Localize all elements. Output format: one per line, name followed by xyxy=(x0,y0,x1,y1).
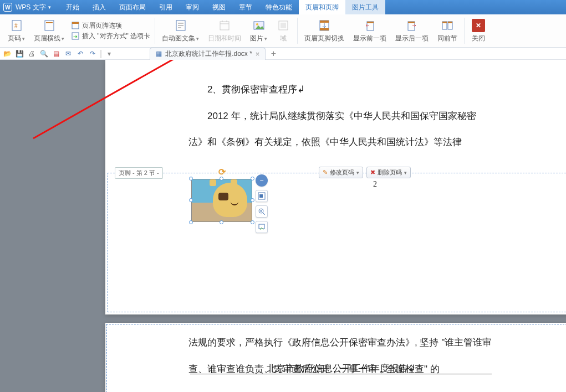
paragraph: 2012 年，统计局队继续贯彻落实《中华人民共和国保守国家秘密法》和《条例》有关… xyxy=(188,103,493,156)
ribbon-field: 域 xyxy=(272,16,295,46)
hf-switch-icon xyxy=(317,18,332,33)
close-icon: ✕ xyxy=(471,18,486,33)
image-crop-button[interactable] xyxy=(256,221,268,233)
tab-insert[interactable]: 插入 xyxy=(86,0,113,14)
ribbon-datetime: 日期和时间 xyxy=(203,16,246,46)
footer-region[interactable]: 页脚 - 第 2 节 - ✎ 修改页码 ▾ ✖ 删除页码 ▾ 2 ⟳ xyxy=(108,173,566,312)
app-logo-icon xyxy=(3,3,12,12)
qat-open-icon[interactable]: 📂 xyxy=(2,49,12,59)
resize-handle[interactable] xyxy=(251,177,254,180)
qat-print-icon[interactable]: 🖨 xyxy=(27,49,37,59)
delete-page-number-button[interactable]: ✖ 删除页码 ▾ xyxy=(366,167,411,178)
footer-controls: ✎ 修改页码 ▾ ✖ 删除页码 ▾ xyxy=(319,167,411,178)
qat-overflow-icon[interactable]: ▾ xyxy=(104,49,114,59)
ribbon-insert-align-tab[interactable]: ⇥插入 "对齐方式" 选项卡 xyxy=(71,31,150,42)
ribbon-label: 页眉页脚选项 xyxy=(82,21,122,30)
resize-handle[interactable] xyxy=(189,177,193,180)
edit-icon: ✎ xyxy=(323,169,328,176)
svg-rect-2 xyxy=(45,20,54,30)
ribbon-label: 域 xyxy=(280,34,287,43)
page-1: 2、贯彻保密审查程序↲ 2012 年，统计局队继续贯彻落实《中华人民共和国保守国… xyxy=(105,60,566,314)
svg-point-17 xyxy=(256,23,258,25)
inserted-image[interactable]: ⟳ − xyxy=(191,179,252,222)
ribbon-label: 同前节 xyxy=(437,34,457,43)
image-layout-button[interactable] xyxy=(256,190,268,202)
tab-review[interactable]: 审阅 xyxy=(179,0,206,14)
tab-special[interactable]: 特色功能 xyxy=(259,0,299,14)
qat-mail-icon[interactable]: ✉ xyxy=(63,49,73,59)
chevron-down-icon: ▾ xyxy=(356,170,359,176)
page-body-text[interactable]: 2、贯彻保密审查程序↲ 2012 年，统计局队继续贯彻落实《中华人民共和国保守国… xyxy=(105,60,566,156)
tab-start[interactable]: 开始 xyxy=(59,0,86,14)
ribbon-page-number[interactable]: # 页码▾ xyxy=(3,16,29,46)
hf-options-icon xyxy=(71,21,80,30)
svg-rect-5 xyxy=(72,22,79,24)
page-number-icon: # xyxy=(9,18,24,33)
quick-access-bar: 📂 💾 🖨 🔍 ▤ ✉ ↶ ↷ | ▾ ▦ 北京政府统计工作年报.docx * … xyxy=(0,48,566,60)
ribbon: # 页码▾ 页眉横线▾ 页眉页脚选项 ⇥插入 "对齐方式" 选项卡 自动图文集▾… xyxy=(0,14,566,48)
same-prev-icon xyxy=(440,18,455,33)
button-label: 删除页码 xyxy=(378,168,402,177)
align-tab-icon: ⇥ xyxy=(71,32,80,40)
tab-layout[interactable]: 页面布局 xyxy=(113,0,152,14)
qat-export-pdf-icon[interactable]: ▤ xyxy=(51,49,61,59)
svg-rect-22 xyxy=(320,28,329,30)
svg-rect-24 xyxy=(367,22,374,23)
qat-preview-icon[interactable]: 🔍 xyxy=(39,49,49,59)
ribbon-header-line[interactable]: 页眉横线▾ xyxy=(29,16,69,46)
ribbon-label: 自动图文集 xyxy=(162,34,195,43)
autotext-icon xyxy=(174,18,188,33)
ribbon-picture[interactable]: 图片▾ xyxy=(246,16,272,46)
resize-handle[interactable] xyxy=(189,220,193,224)
new-tab-button[interactable]: + xyxy=(268,49,279,59)
tab-picture-tools[interactable]: 图片工具 xyxy=(345,0,385,14)
tab-chapter[interactable]: 章节 xyxy=(232,0,259,14)
ribbon-label: 关闭 xyxy=(472,34,485,43)
ribbon-label: 页码 xyxy=(8,34,21,43)
resize-handle[interactable] xyxy=(189,198,193,202)
resize-handle[interactable] xyxy=(220,177,223,180)
header-title: 北京市政府信息公开工作年度报告↲ xyxy=(190,324,492,374)
image-float-toolbar: − xyxy=(256,174,268,233)
tab-references[interactable]: 引用 xyxy=(152,0,179,14)
document-tab[interactable]: ▦ 北京政府统计工作年报.docx * × xyxy=(150,48,266,60)
resize-handle[interactable] xyxy=(251,198,254,202)
rotate-handle-icon[interactable]: ⟳ xyxy=(218,167,226,177)
app-dropdown-icon[interactable]: ▾ xyxy=(48,4,51,10)
image-remove-button[interactable]: − xyxy=(256,174,268,187)
qat-undo-icon[interactable]: ↶ xyxy=(75,49,85,59)
ribbon-close[interactable]: ✕ 关闭 xyxy=(467,16,490,46)
doc-tab-ms-icon: ▦ xyxy=(156,50,162,58)
header-line-icon xyxy=(42,18,57,33)
ribbon-show-prev[interactable]: 显示前一项 xyxy=(349,16,391,46)
image-zoom-button[interactable] xyxy=(256,205,268,218)
svg-line-36 xyxy=(263,213,265,215)
ribbon-hf-switch[interactable]: 页眉页脚切换 xyxy=(300,16,349,46)
delete-icon: ✖ xyxy=(370,169,375,176)
modify-page-number-button[interactable]: ✎ 修改页码 ▾ xyxy=(319,167,363,178)
calendar-icon xyxy=(217,18,232,33)
ribbon-label: 插入 "对齐方式" 选项卡 xyxy=(82,32,150,41)
resize-handle[interactable] xyxy=(251,220,254,224)
ribbon-autotext[interactable]: 自动图文集▾ xyxy=(157,16,203,46)
tab-header-footer[interactable]: 页眉和页脚 xyxy=(299,0,345,14)
titlebar: WPS 文字 ▾ 开始 插入 页面布局 引用 审阅 视图 章节 特色功能 页眉和… xyxy=(0,0,566,14)
ribbon-label: 显示后一项 xyxy=(395,34,429,43)
svg-rect-34 xyxy=(259,194,263,198)
qat-save-icon[interactable]: 💾 xyxy=(14,49,24,59)
ribbon-label: 显示前一项 xyxy=(353,34,386,43)
tab-view[interactable]: 视图 xyxy=(206,0,232,14)
svg-rect-12 xyxy=(220,22,229,30)
ribbon-hf-options[interactable]: 页眉页脚选项 xyxy=(71,20,122,31)
chevron-down-icon: ▾ xyxy=(404,170,407,176)
image-content xyxy=(191,179,252,222)
resize-handle[interactable] xyxy=(220,220,223,224)
header-region[interactable]: 北京市政府信息公开工作年度报告↲ 页眉 - 第 2 节 - xyxy=(106,324,566,392)
ribbon-same-as-prev[interactable]: 同前节 xyxy=(433,16,462,46)
ribbon-show-next[interactable]: 显示后一项 xyxy=(391,16,433,46)
document-tab-title: 北京政府统计工作年报.docx * xyxy=(165,49,252,59)
svg-rect-19 xyxy=(281,23,286,28)
document-tab-close-icon[interactable]: × xyxy=(256,50,260,58)
ribbon-label: 日期和时间 xyxy=(208,34,241,43)
qat-redo-icon[interactable]: ↷ xyxy=(88,49,98,59)
